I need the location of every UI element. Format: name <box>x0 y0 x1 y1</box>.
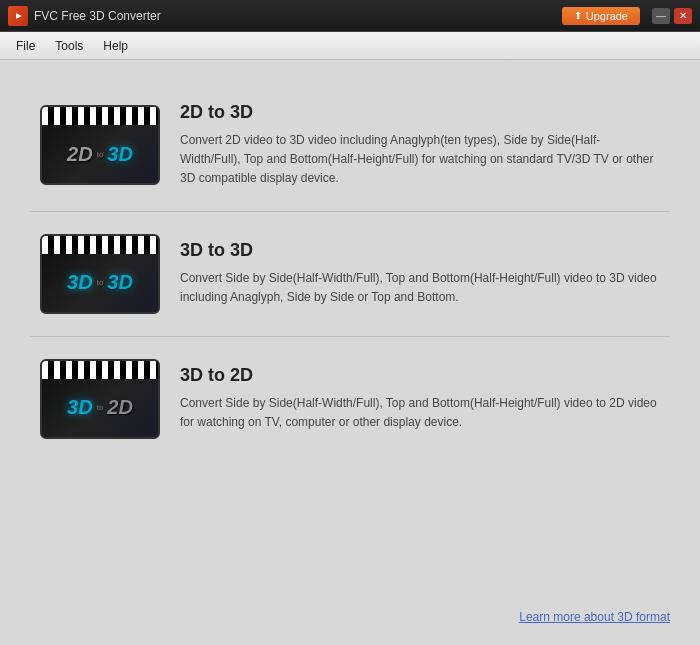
clapper-stripes <box>42 107 158 125</box>
minimize-button[interactable]: — <box>652 8 670 24</box>
clapper-stripes-3 <box>42 361 158 379</box>
icon-left-text-2: 3D <box>67 271 93 294</box>
clapper-content-2: 3D to 3D <box>42 254 158 312</box>
menu-bar: File Tools Help <box>0 32 700 60</box>
icon-arrow-text-3: to <box>97 403 104 412</box>
title-bar-left: ▶ FVC Free 3D Converter <box>8 6 161 26</box>
converter-desc-3d-to-2d: Convert Side by Side(Half-Width/Full), T… <box>180 394 660 432</box>
learn-more-link[interactable]: Learn more about 3D format <box>519 610 670 624</box>
converter-info-2d-to-3d: 2D to 3D Convert 2D video to 3D video in… <box>180 102 660 189</box>
converter-list: 2D to 3D 2D to 3D Convert 2D video to 3D… <box>30 80 670 595</box>
clapper-icon-3d-to-2d: 3D to 2D <box>40 359 160 439</box>
menu-help[interactable]: Help <box>93 35 138 57</box>
converter-item-3d-to-2d[interactable]: 3D to 2D 3D to 2D Convert Side by Side(H… <box>30 337 670 461</box>
clapper-icon-3d-to-3d: 3D to 3D <box>40 234 160 314</box>
converter-item-3d-to-3d[interactable]: 3D to 3D 3D to 3D Convert Side by Side(H… <box>30 212 670 337</box>
app-title: FVC Free 3D Converter <box>34 9 161 23</box>
converter-title-3d-to-3d: 3D to 3D <box>180 240 660 261</box>
icon-right-text-2: 3D <box>107 271 133 294</box>
menu-tools[interactable]: Tools <box>45 35 93 57</box>
footer: Learn more about 3D format <box>30 595 670 625</box>
converter-desc-2d-to-3d: Convert 2D video to 3D video including A… <box>180 131 660 189</box>
icon-left-text: 2D <box>67 143 93 166</box>
converter-info-3d-to-2d: 3D to 2D Convert Side by Side(Half-Width… <box>180 365 660 432</box>
menu-file[interactable]: File <box>6 35 45 57</box>
converter-desc-3d-to-3d: Convert Side by Side(Half-Width/Full), T… <box>180 269 660 307</box>
converter-item-2d-to-3d[interactable]: 2D to 3D 2D to 3D Convert 2D video to 3D… <box>30 80 670 212</box>
main-content: 2D to 3D 2D to 3D Convert 2D video to 3D… <box>0 60 700 645</box>
upgrade-icon: ⬆ <box>574 10 582 21</box>
title-bar-right: ⬆ Upgrade — ✕ <box>562 7 692 25</box>
icon-left-text-3: 3D <box>67 396 93 419</box>
converter-title-3d-to-2d: 3D to 2D <box>180 365 660 386</box>
icon-right-text-3: 2D <box>107 396 133 419</box>
icon-arrow-text: to <box>97 150 104 159</box>
clapper-content-3: 3D to 2D <box>42 379 158 437</box>
clapper-content: 2D to 3D <box>42 125 158 183</box>
clapper-stripes-2 <box>42 236 158 254</box>
app-icon: ▶ <box>8 6 28 26</box>
title-bar: ▶ FVC Free 3D Converter ⬆ Upgrade — ✕ <box>0 0 700 32</box>
upgrade-button[interactable]: ⬆ Upgrade <box>562 7 640 25</box>
converter-title-2d-to-3d: 2D to 3D <box>180 102 660 123</box>
close-button[interactable]: ✕ <box>674 8 692 24</box>
converter-info-3d-to-3d: 3D to 3D Convert Side by Side(Half-Width… <box>180 240 660 307</box>
icon-arrow-text-2: to <box>97 278 104 287</box>
icon-right-text: 3D <box>107 143 133 166</box>
clapper-icon-2d-to-3d: 2D to 3D <box>40 105 160 185</box>
